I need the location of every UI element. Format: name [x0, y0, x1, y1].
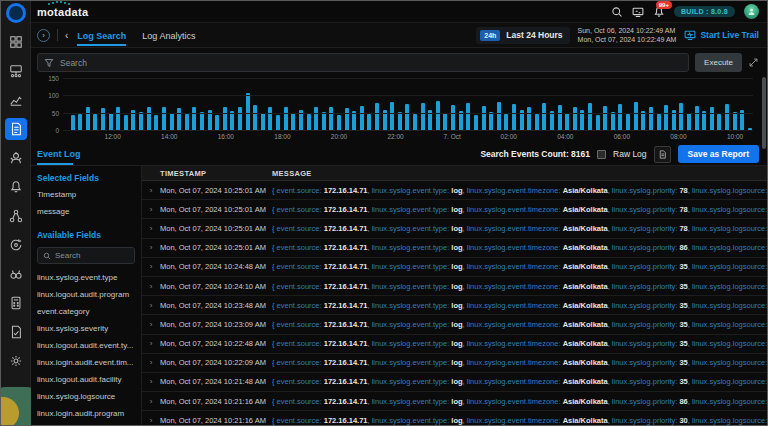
sidebar-item-alerts[interactable]: [5, 176, 27, 198]
table-row[interactable]: ›Mon, Oct 07, 2024 10:24:10 AM{ event.so…: [142, 277, 767, 296]
histogram-bar[interactable]: [679, 103, 683, 131]
histogram-bar[interactable]: [565, 113, 569, 131]
histogram-bar[interactable]: [177, 108, 181, 131]
table-row[interactable]: ›Mon, Oct 07, 2024 10:25:01 AM{ event.so…: [142, 239, 767, 258]
column-header-message[interactable]: MESSAGE: [272, 169, 767, 178]
histogram-bar[interactable]: [664, 105, 668, 131]
row-expand-chevron-icon[interactable]: ›: [142, 320, 160, 329]
query-input-box[interactable]: [37, 53, 689, 72]
histogram-bar[interactable]: [657, 114, 661, 131]
histogram-bar[interactable]: [261, 113, 265, 131]
row-expand-chevron-icon[interactable]: ›: [142, 339, 160, 348]
sidebar-item-topology[interactable]: [5, 205, 27, 227]
histogram-bar[interactable]: [618, 104, 622, 131]
histogram-bar[interactable]: [360, 106, 364, 131]
sidebar-item-logs[interactable]: [5, 118, 27, 140]
motadata-logo-icon[interactable]: [6, 3, 26, 23]
histogram-bar[interactable]: [641, 111, 645, 131]
table-row[interactable]: ›Mon, Oct 07, 2024 10:23:09 AM{ event.so…: [142, 315, 767, 334]
row-expand-chevron-icon[interactable]: ›: [142, 416, 160, 425]
histogram-bar[interactable]: [634, 102, 638, 131]
histogram-bar[interactable]: [291, 113, 295, 131]
histogram-bar[interactable]: [451, 105, 455, 131]
histogram-bar[interactable]: [466, 103, 470, 131]
fields-search-input[interactable]: [55, 251, 125, 260]
histogram-bar[interactable]: [702, 111, 706, 131]
sidebar-item-discovery[interactable]: [5, 263, 27, 285]
histogram-bar[interactable]: [588, 103, 592, 131]
histogram-bar[interactable]: [497, 102, 501, 131]
time-range-selector[interactable]: 24h Last 24 Hours: [476, 27, 569, 44]
histogram-bar[interactable]: [482, 106, 486, 131]
histogram-bar[interactable]: [352, 111, 356, 131]
user-avatar[interactable]: [744, 4, 759, 19]
histogram-bar[interactable]: [101, 108, 105, 131]
histogram-bar[interactable]: [405, 104, 409, 131]
histogram-bar[interactable]: [611, 112, 615, 131]
histogram-bar[interactable]: [443, 113, 447, 131]
histogram-bar[interactable]: [603, 106, 607, 131]
row-expand-chevron-icon[interactable]: ›: [142, 186, 160, 195]
histogram-bar[interactable]: [436, 101, 440, 132]
histogram-bar[interactable]: [268, 107, 272, 131]
table-row[interactable]: ›Mon, Oct 07, 2024 10:23:48 AM{ event.so…: [142, 296, 767, 315]
table-row[interactable]: ›Mon, Oct 07, 2024 10:21:48 AM{ event.so…: [142, 373, 767, 392]
row-expand-chevron-icon[interactable]: ›: [142, 358, 160, 367]
histogram-bar[interactable]: [390, 102, 394, 131]
histogram-bar[interactable]: [535, 114, 539, 131]
available-field-item[interactable]: linux.syslog.event.type: [37, 273, 135, 282]
histogram-bar[interactable]: [170, 113, 174, 131]
histogram-bar[interactable]: [725, 104, 729, 131]
selected-field-item[interactable]: Timestamp: [37, 190, 135, 199]
fields-search-box[interactable]: [37, 247, 135, 264]
tab-log-search[interactable]: Log Search: [77, 25, 126, 46]
histogram-bar[interactable]: [276, 115, 280, 131]
histogram-bar[interactable]: [367, 114, 371, 131]
selected-field-item[interactable]: message: [37, 207, 135, 216]
histogram-bar[interactable]: [284, 107, 288, 131]
raw-log-checkbox[interactable]: [597, 150, 606, 159]
available-field-item[interactable]: linux.logout.audit.event.ty...: [37, 341, 135, 350]
execute-button[interactable]: Execute: [695, 53, 742, 72]
sidebar-item-compute[interactable]: [5, 292, 27, 314]
histogram-bar[interactable]: [710, 107, 714, 131]
histogram-bar[interactable]: [223, 107, 227, 131]
sidebar-item-metrics[interactable]: [5, 89, 27, 111]
histogram-bar[interactable]: [230, 111, 234, 131]
histogram-bar[interactable]: [558, 105, 562, 131]
histogram-bar[interactable]: [489, 112, 493, 131]
histogram-bar[interactable]: [215, 115, 219, 131]
histogram-bar[interactable]: [550, 111, 554, 131]
histogram-bar[interactable]: [154, 115, 158, 131]
row-expand-chevron-icon[interactable]: ›: [142, 301, 160, 310]
available-field-item[interactable]: linux.login.audit.program: [37, 409, 135, 418]
row-expand-chevron-icon[interactable]: ›: [142, 397, 160, 406]
histogram-bar[interactable]: [162, 107, 166, 131]
sidebar-item-dashboard[interactable]: [5, 31, 27, 53]
fullscreen-icon[interactable]: [748, 57, 759, 68]
sidebar-item-reports[interactable]: [5, 321, 27, 343]
histogram-bar[interactable]: [322, 112, 326, 131]
histogram-bar[interactable]: [717, 114, 721, 131]
save-as-report-button[interactable]: Save as Report: [678, 145, 759, 163]
histogram-bar[interactable]: [124, 115, 128, 131]
available-field-item[interactable]: linux.logout.audit.program: [37, 290, 135, 299]
histogram-bar[interactable]: [139, 112, 143, 131]
start-live-trail-button[interactable]: Start Live Trail: [684, 29, 759, 41]
histogram-bar[interactable]: [421, 103, 425, 131]
global-search-icon[interactable]: [611, 6, 623, 18]
histogram-bar[interactable]: [329, 107, 333, 131]
sidebar-item-automation[interactable]: [5, 147, 27, 169]
histogram-bar[interactable]: [93, 114, 97, 131]
histogram-bar[interactable]: [109, 113, 113, 131]
expand-panel-button[interactable]: ›: [37, 29, 50, 42]
histogram-bar[interactable]: [314, 107, 318, 131]
tab-event-log[interactable]: Event Log: [37, 143, 83, 165]
vertical-scrollbar[interactable]: [762, 51, 766, 423]
histogram-bar[interactable]: [687, 113, 691, 131]
histogram-bar[interactable]: [733, 112, 737, 131]
histogram-bar[interactable]: [185, 114, 189, 131]
notifications-bell-icon[interactable]: 99+: [653, 6, 665, 18]
histogram-bar[interactable]: [398, 112, 402, 131]
histogram-bar[interactable]: [147, 107, 151, 131]
